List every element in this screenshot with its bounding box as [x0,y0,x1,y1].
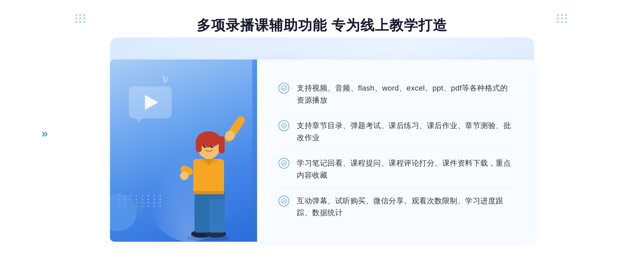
svg-rect-17 [196,137,202,152]
svg-point-29 [281,198,286,203]
feature-text-3: 学习笔记回看、课程提问、课程评论打分、课件资料下载，重点内容收藏 [297,157,513,181]
svg-point-27 [281,123,286,128]
check-icon-3 [279,158,289,169]
svg-point-19 [203,145,206,148]
circle-decoration-2 [127,196,146,215]
feature-item-4: 互动弹幕、试听购买、微信分享、观看次数限制、学习进度跟踪、数据统计 [279,189,513,226]
svg-rect-18 [219,136,225,154]
play-icon [145,95,158,110]
feature-item-3: 学习笔记回看、课程提问、课程评论打分、课件资料下载，重点内容收藏 [279,151,513,188]
svg-point-26 [281,86,286,91]
check-icon-2 [279,120,289,131]
svg-point-11 [180,171,189,180]
feature-text-2: 支持章节目录、弹题考试、课后练习、课后作业、章节测验、批改作业 [297,120,513,144]
left-arrow-decoration: » [42,128,48,139]
feature-text-1: 支持视频、音频、flash、word、excel、ppt、pdf等各种格式的资源… [297,82,513,106]
svg-point-21 [205,145,206,146]
feature-item-2: 支持章节目录、弹题考试、课后练习、课后作业、章节测验、批改作业 [279,113,513,151]
feature-text-4: 互动弹幕、试听购买、微信分享、观看次数限制、学习进度跟踪、数据统计 [297,195,513,219]
page-title: 多项录播课辅助功能 专为线上教学打造 [54,16,590,35]
light-rays [164,76,167,83]
svg-rect-12 [223,115,246,143]
illustration-panel [110,59,252,242]
accent-bar [252,59,257,242]
svg-point-22 [212,145,213,146]
feature-item-1: 支持视频、音频、flash、word、excel、ppt、pdf等各种格式的资源… [279,76,513,113]
svg-point-28 [281,161,286,166]
svg-rect-9 [193,191,224,194]
svg-point-13 [225,131,235,140]
features-panel: 支持视频、音频、flash、word、excel、ppt、pdf等各种格式的资源… [257,59,534,242]
svg-point-20 [211,145,213,148]
character-illustration [165,112,246,242]
check-icon-1 [279,83,289,94]
check-icon-4 [279,196,289,206]
